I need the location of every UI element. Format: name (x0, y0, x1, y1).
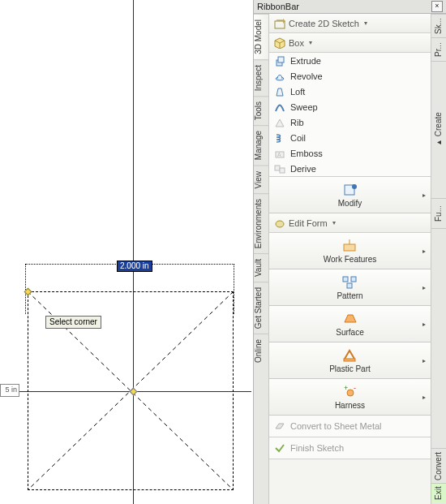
modify-group-label: Modify (338, 199, 362, 208)
side-tab-pr[interactable]: Pr... (431, 37, 446, 61)
plasticpart-group-label: Plastic Part (329, 364, 371, 373)
sheet-metal-icon (274, 420, 285, 432)
convert-to-sheet-metal-label: Convert to Sheet Metal (290, 421, 382, 431)
coil-icon (274, 132, 285, 144)
side-tab-create[interactable]: ▸ Create (431, 61, 446, 198)
chevron-down-icon: ▾ (364, 19, 367, 27)
edit-form-dropdown[interactable]: Edit Form ▾ (269, 213, 431, 233)
ribbon-panel: RibbonBar × 3D ModelInspectToolsManageVi… (253, 0, 446, 504)
harness-icon: +- (341, 384, 359, 400)
finish-sketch-label: Finish Sketch (290, 443, 344, 453)
ribbon-left-tabs: 3D ModelInspectToolsManageViewEnvironmen… (254, 14, 269, 504)
chevron-down-icon: ▾ (309, 39, 312, 46)
box-dropdown[interactable]: Box ▾ (269, 33, 431, 53)
side-tab-sk[interactable]: Sk... (431, 14, 446, 37)
side-tab-convert[interactable]: Convert (431, 448, 446, 483)
tab-3d-model[interactable]: 3D Model (254, 14, 268, 59)
derive-item[interactable]: Derive (269, 161, 431, 176)
revolve-item-label: Revolve (290, 71, 323, 81)
surface-group[interactable]: Surface▸ (269, 306, 431, 342)
chevron-right-icon: ▸ (422, 394, 426, 401)
sweep-icon (274, 101, 285, 113)
svg-text:A: A (277, 152, 281, 157)
close-icon[interactable]: × (431, 1, 443, 12)
derive-icon (274, 163, 285, 174)
rib-item[interactable]: Rib (269, 114, 431, 130)
workfeatures-icon (341, 238, 359, 254)
box-label: Box (289, 38, 304, 48)
dimension-label[interactable]: 2.000 in (117, 261, 152, 272)
tab-view[interactable]: View (254, 166, 268, 194)
extrude-icon (274, 55, 285, 67)
loft-item-label: Loft (290, 87, 305, 97)
ribbon-title-label: RibbonBar (257, 0, 299, 13)
tab-online[interactable]: Online (254, 334, 268, 368)
side-tab-fu[interactable]: Fu... (431, 198, 446, 228)
loft-icon (274, 86, 285, 97)
svg-rect-15 (344, 244, 355, 251)
side-tab-exit[interactable]: Exit (431, 483, 446, 503)
extrude-item-label: Extrude (290, 56, 321, 66)
surface-icon (341, 311, 359, 327)
tab-get-started[interactable]: Get Started (254, 282, 268, 334)
ribbon-right-tabs: Sk...Pr...▸ CreateFu...ConvertExit (431, 14, 446, 504)
svg-text:+: + (344, 384, 348, 392)
derive-item-label: Derive (290, 164, 316, 174)
chevron-right-icon: ▸ (422, 357, 426, 364)
edit-form-icon (274, 218, 285, 229)
chevron-right-icon: ▸ (422, 284, 426, 291)
emboss-item[interactable]: AEmboss (269, 145, 431, 161)
side-tab-spacer (431, 228, 446, 448)
revolve-item[interactable]: Revolve (269, 68, 431, 84)
convert-to-sheet-metal-button[interactable]: Convert to Sheet Metal (269, 416, 431, 437)
coil-item[interactable]: Coil (269, 130, 431, 145)
modify-icon (341, 182, 359, 198)
harness-group[interactable]: +-Harness▸ (269, 379, 431, 416)
coil-item-label: Coil (290, 133, 306, 143)
svg-rect-5 (278, 57, 284, 62)
ribbon-main-column: Create 2D Sketch ▾ Box ▾ ExtrudeRevolveL… (269, 14, 431, 504)
workfeatures-group-label: Work Features (324, 255, 376, 264)
chevron-right-icon: ▸ (422, 192, 426, 199)
ruler-stub: 5 in (0, 384, 19, 397)
svg-text:-: - (354, 384, 356, 392)
plasticpart-icon (341, 347, 359, 364)
harness-group-label: Harness (335, 401, 365, 410)
edit-form-label: Edit Form (289, 218, 328, 228)
sweep-item-label: Sweep (290, 102, 318, 112)
drawing-canvas[interactable]: 2.000 in Select corner 5 in (0, 0, 251, 504)
create-2d-sketch-dropdown[interactable]: Create 2D Sketch ▾ (269, 14, 431, 33)
rib-icon (274, 117, 285, 128)
emboss-item-label: Emboss (290, 149, 323, 158)
revolve-icon (274, 71, 285, 82)
tab-inspect[interactable]: Inspect (254, 59, 268, 96)
workfeatures-group[interactable]: Work Features▸ (269, 233, 431, 269)
surface-group-label: Surface (336, 328, 363, 337)
plasticpart-group[interactable]: Plastic Part▸ (269, 342, 431, 379)
modify-group[interactable]: Modify▸ (269, 177, 431, 213)
tab-environments[interactable]: Environments (254, 193, 268, 253)
svg-rect-10 (275, 166, 280, 170)
loft-item[interactable]: Loft (269, 84, 431, 99)
check-icon (274, 442, 285, 454)
finish-sketch-button[interactable]: Finish Sketch (269, 437, 431, 459)
chevron-right-icon: ▸ (422, 248, 426, 255)
tab-tools[interactable]: Tools (254, 96, 268, 125)
tab-manage[interactable]: Manage (254, 125, 268, 165)
svg-marker-7 (277, 88, 283, 96)
chevron-down-icon: ▾ (332, 219, 336, 226)
sweep-item[interactable]: Sweep (269, 99, 431, 114)
create-2d-sketch-label: Create 2D Sketch (289, 19, 359, 28)
emboss-icon: A (274, 148, 285, 159)
extrude-item[interactable]: Extrude (269, 53, 431, 68)
sketch-icon (274, 18, 285, 29)
rib-item-label: Rib (290, 118, 304, 127)
svg-rect-21 (344, 359, 355, 361)
pattern-group[interactable]: Pattern▸ (269, 269, 431, 306)
ribbon-titlebar[interactable]: RibbonBar × (254, 0, 446, 14)
svg-marker-20 (345, 315, 356, 322)
pattern-icon (341, 274, 359, 291)
box-icon (274, 37, 285, 49)
tab-vault[interactable]: Vault (254, 253, 268, 282)
svg-rect-11 (280, 168, 285, 173)
